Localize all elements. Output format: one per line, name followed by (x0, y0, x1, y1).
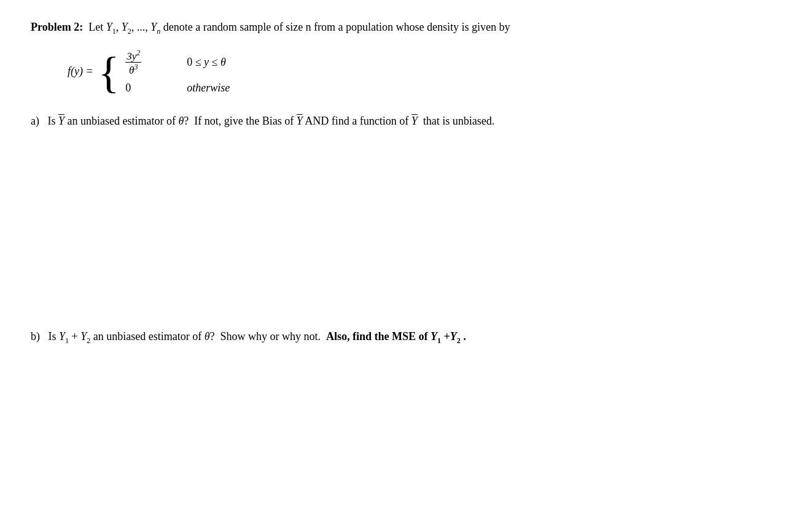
part-a-text: Is Y an unbiased estimator of θ? If not,… (47, 115, 494, 127)
problem-label: Problem 2: (31, 21, 83, 33)
part-b: b) Is Y1 + Y2 an unbiased estimator of θ… (31, 327, 781, 347)
case-condition-1: 0 ≤ y ≤ θ (187, 56, 226, 69)
y2-bold: Y (450, 330, 457, 343)
left-brace: { (98, 50, 120, 95)
part-a-label: a) (31, 115, 45, 127)
y-bar-1: Y (58, 115, 64, 127)
fraction-numerator: 3y2 (125, 48, 141, 63)
problem-title: Problem 2: Let Y1, Y2, ..., Yn denote a … (31, 18, 781, 37)
case-condition-2: otherwise (187, 82, 230, 95)
y1-expr: Y (59, 330, 65, 343)
part-b-label: b) (31, 330, 45, 343)
y-bar-2: Y (297, 115, 303, 127)
problem-statement: Problem 2: Let Y1, Y2, ..., Yn denote a … (31, 18, 781, 95)
case-row-1: 3y2 θ3 0 ≤ y ≤ θ (125, 48, 230, 77)
theta-2: θ (205, 330, 210, 343)
part-b-text: Is Y1 + Y2 an unbiased estimator of θ? S… (49, 330, 466, 343)
y1-bold: Y (431, 330, 437, 343)
y-bar-3: Y (412, 115, 418, 127)
brace-cases: { 3y2 θ3 0 ≤ y ≤ θ (98, 48, 230, 95)
theta-1: θ (178, 115, 184, 127)
case-expr-1: 3y2 θ3 (125, 48, 174, 77)
case-expr-2: 0 (125, 82, 174, 95)
fraction-denominator: θ3 (128, 63, 139, 77)
y2-expr: Y (80, 330, 87, 343)
fraction-3y2-theta3: 3y2 θ3 (125, 48, 141, 77)
part-a: a) Is Y an unbiased estimator of θ? If n… (31, 112, 781, 131)
density-function: f(y) = { 3y2 θ3 0 ≤ y ≤ (68, 48, 781, 95)
cases-table: 3y2 θ3 0 ≤ y ≤ θ 0 otherwise (125, 48, 230, 95)
also-label: Also, find the MSE of (326, 330, 428, 343)
problem-container: Problem 2: Let Y1, Y2, ..., Yn denote a … (31, 18, 781, 347)
case-row-2: 0 otherwise (125, 82, 230, 95)
function-label: f(y) = (68, 65, 93, 78)
